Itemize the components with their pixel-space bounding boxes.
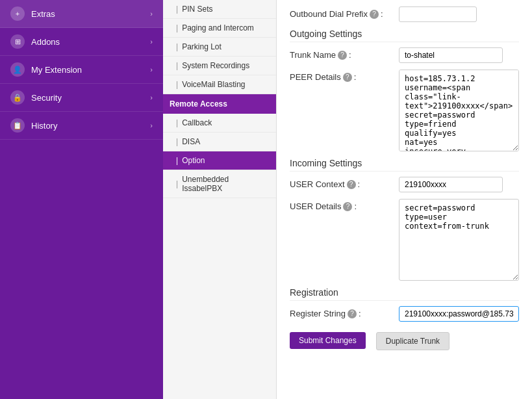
trunk-name-help-icon[interactable]: ? [338,51,347,60]
chevron-right-icon: › [150,10,153,18]
user-context-help-icon[interactable]: ? [347,180,356,189]
user-context-label: USER Context ? : [290,177,394,189]
nav-item-parking-lot-label: Parking Lot [182,42,222,51]
user-context-input[interactable] [399,177,503,192]
nav-item-unembedded-label: Unembedded IssabelPBX [182,175,270,193]
outbound-dial-prefix-help-icon[interactable]: ? [370,10,379,19]
peer-details-textarea[interactable]: host=185.73.1.2 username=<span class="li… [399,70,519,151]
sidebar-item-addons-label: Addons [31,37,60,47]
addons-icon: ⊞ [10,34,25,49]
chevron-right-icon-5: › [150,122,153,129]
sidebar-item-history-label: History [31,121,57,131]
nav-item-callback[interactable]: Callback [163,114,276,133]
nav-item-voicemail-blasting[interactable]: VoiceMail Blasting [163,75,276,94]
trunk-name-input[interactable] [399,47,503,63]
nav-item-parking-lot[interactable]: Parking Lot [163,38,276,57]
register-string-help-icon[interactable]: ? [348,309,357,318]
submit-changes-button[interactable]: Submit Changes [290,332,366,349]
nav-item-system-recordings[interactable]: System Recordings [163,57,276,75]
main-content: Outbound Dial Prefix ? : Outgoing Settin… [277,0,532,399]
incoming-settings-title: Incoming Settings [290,158,519,172]
sidebar-item-security[interactable]: 🔒 Security › [0,84,163,112]
user-context-row: USER Context ? : [290,177,519,192]
user-details-help-icon[interactable]: ? [343,202,352,211]
nav-group-remote-access: Remote Access [163,94,276,114]
nav-item-paging-intercom[interactable]: Paging and Intercom [163,19,276,38]
nav-item-option[interactable]: Option [163,151,276,170]
register-string-input[interactable] [399,306,519,322]
trunk-name-row: Trunk Name ? : [290,47,519,63]
nav-item-pin-sets-label: PIN Sets [182,5,212,14]
sidebar-item-my-extension-label: My Extension [31,65,82,75]
nav-item-pin-sets[interactable]: PIN Sets [163,0,276,19]
chevron-right-icon-2: › [150,38,153,45]
nav-item-paging-intercom-label: Paging and Intercom [182,23,254,32]
chevron-right-icon-4: › [150,94,153,101]
sidebar: + Extras › ⊞ Addons › 👤 My Extension › 🔒… [0,0,163,399]
plus-icon: + [10,6,25,21]
nav-item-unembedded[interactable]: Unembedded IssabelPBX [163,170,276,198]
user-details-row: USER Details ? : secret=password type=us… [290,199,519,281]
action-buttons-row: Submit Changes Duplicate Trunk [290,332,519,350]
nav-item-disa-label: DISA [182,137,200,146]
sidebar-item-history[interactable]: 📋 History › [0,112,163,140]
nav-item-system-recordings-label: System Recordings [182,61,249,70]
nav-item-disa[interactable]: DISA [163,133,276,151]
peer-details-help-icon[interactable]: ? [343,73,352,82]
outbound-dial-prefix-label: Outbound Dial Prefix ? : [290,6,394,19]
sidebar-item-extras-label: Extras [31,9,55,19]
registration-title: Registration [290,287,519,301]
peer-details-label: PEER Details ? : [290,70,394,82]
nav-item-voicemail-blasting-label: VoiceMail Blasting [182,80,245,89]
register-string-row: Register String ? : [290,306,519,322]
nav-item-option-label: Option [182,156,205,165]
user-icon: 👤 [10,62,25,77]
outbound-dial-prefix-input[interactable] [399,6,477,22]
user-details-textarea[interactable]: secret=password type=user context=from-t… [399,199,519,281]
history-icon: 📋 [10,118,25,133]
user-details-label: USER Details ? : [290,199,394,211]
outbound-dial-prefix-row: Outbound Dial Prefix ? : [290,6,519,22]
duplicate-trunk-button[interactable]: Duplicate Trunk [376,332,450,350]
chevron-right-icon-3: › [150,66,153,73]
nav-panel: PIN Sets Paging and Intercom Parking Lot… [163,0,277,399]
peer-details-row: PEER Details ? : host=185.73.1.2 usernam… [290,70,519,151]
register-string-label: Register String ? : [290,306,394,318]
sidebar-item-addons[interactable]: ⊞ Addons › [0,28,163,56]
nav-item-callback-label: Callback [182,118,212,127]
sidebar-item-my-extension[interactable]: 👤 My Extension › [0,56,163,84]
lock-icon: 🔒 [10,90,25,105]
outgoing-settings-title: Outgoing Settings [290,29,519,42]
sidebar-item-extras[interactable]: + Extras › [0,0,163,28]
trunk-name-label: Trunk Name ? : [290,47,394,60]
sidebar-item-security-label: Security [31,93,62,103]
